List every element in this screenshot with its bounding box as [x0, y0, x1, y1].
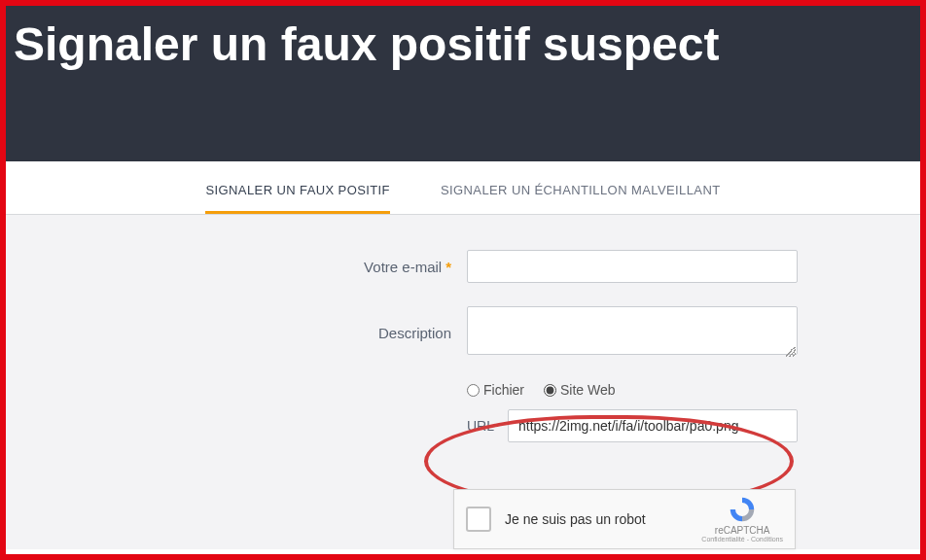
- resize-grip-icon[interactable]: [786, 347, 796, 357]
- radio-file[interactable]: Fichier: [467, 382, 524, 398]
- tab-false-positive[interactable]: SIGNALER UN FAUX POSITIF: [205, 183, 389, 214]
- url-label: URL: [467, 418, 496, 434]
- recaptcha-checkbox[interactable]: [466, 507, 491, 532]
- page-title: Signaler un faux positif suspect: [14, 18, 920, 71]
- page-header: Signaler un faux positif suspect: [6, 6, 920, 161]
- description-label: Description: [49, 325, 467, 341]
- form-body: Votre e-mail* Description Fichier: [6, 215, 920, 549]
- radio-website[interactable]: Site Web: [544, 382, 616, 398]
- required-asterisk: *: [445, 259, 451, 275]
- url-field[interactable]: [508, 409, 798, 442]
- recaptcha-text: Je ne suis pas un robot: [505, 511, 701, 527]
- recaptcha-logo: reCAPTCHA Confidentialité - Conditions: [701, 496, 783, 542]
- recaptcha-widget[interactable]: Je ne suis pas un robot reCAPTCHA Confid…: [453, 489, 796, 549]
- recaptcha-icon: [728, 496, 757, 523]
- tabs-bar: SIGNALER UN FAUX POSITIF SIGNALER UN ÉCH…: [6, 161, 920, 215]
- radio-file-input[interactable]: [467, 384, 480, 397]
- tab-malware-sample[interactable]: SIGNALER UN ÉCHANTILLON MALVEILLANT: [441, 183, 721, 214]
- annotated-frame: Signaler un faux positif suspect SIGNALE…: [0, 0, 926, 560]
- radio-website-input[interactable]: [544, 384, 556, 397]
- email-field[interactable]: [467, 250, 798, 283]
- description-field[interactable]: [467, 306, 798, 355]
- email-label: Votre e-mail*: [49, 259, 467, 275]
